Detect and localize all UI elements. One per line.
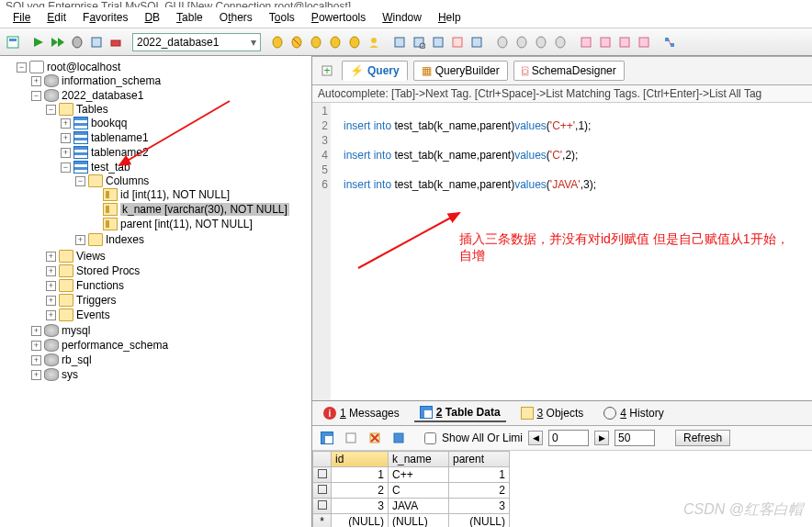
tree-item[interactable]: +Views: [46, 250, 310, 263]
tree-item[interactable]: +tablename2: [61, 146, 310, 159]
tree-item[interactable]: −2022_database1: [31, 89, 310, 102]
object-browser[interactable]: −root@localhost+information_schema−2022_…: [0, 56, 312, 527]
tree-item[interactable]: −root@localhost: [17, 61, 310, 73]
tool-icon-4[interactable]: [326, 33, 344, 51]
expand-icon[interactable]: +: [75, 235, 85, 245]
tree-item[interactable]: −test_tab: [61, 161, 310, 174]
tree-item[interactable]: id [int(11), NOT NULL]: [90, 188, 310, 201]
tab-objects[interactable]: 3 Objects: [515, 405, 590, 421]
execute-all-icon[interactable]: [49, 33, 67, 51]
tree-item[interactable]: +information_schema: [31, 74, 310, 87]
expand-icon[interactable]: +: [61, 133, 71, 143]
col-parent[interactable]: parent: [449, 452, 510, 467]
table-row[interactable]: 2C2: [313, 483, 510, 499]
tool-icon-5[interactable]: [345, 33, 364, 51]
tree-item[interactable]: k_name [varchar(30), NOT NULL]: [90, 203, 310, 216]
table-row[interactable]: 3JAVA3: [313, 499, 510, 514]
collapse-icon[interactable]: −: [75, 176, 85, 186]
menu-window[interactable]: Window: [375, 9, 429, 26]
tool-icon-1[interactable]: [268, 33, 287, 51]
tree-item[interactable]: +Events: [46, 308, 310, 321]
menu-tools[interactable]: Tools: [262, 9, 302, 26]
tree-item[interactable]: +Stored Procs: [46, 264, 310, 277]
tool-db4-icon[interactable]: [551, 33, 570, 51]
table-row-new[interactable]: *(NULL)(NULL)(NULL): [313, 514, 510, 528]
menu-powertools[interactable]: Powertools: [304, 9, 373, 26]
database-combo[interactable]: 2022_database1 ▾: [132, 33, 261, 51]
tree-item[interactable]: +Indexes: [75, 233, 310, 246]
tab-querybuilder[interactable]: ▦QueryBuilder: [413, 61, 508, 81]
expand-icon[interactable]: [90, 205, 100, 215]
save-icon[interactable]: [389, 429, 408, 447]
tab-history[interactable]: 4 History: [598, 405, 669, 421]
refresh-db-icon[interactable]: [68, 33, 86, 51]
expand-icon[interactable]: +: [46, 266, 56, 276]
show-all-checkbox[interactable]: [424, 432, 436, 444]
col-id[interactable]: id: [332, 452, 389, 467]
expand-icon[interactable]: +: [31, 355, 41, 365]
menu-favorites[interactable]: Favorites: [75, 9, 135, 26]
tab-messages[interactable]: i1 Messages: [318, 405, 405, 421]
tool-rep4-icon[interactable]: [635, 33, 653, 51]
expand-icon[interactable]: +: [61, 118, 71, 129]
tree-item[interactable]: +bookqq: [61, 117, 310, 129]
tool-rep2-icon[interactable]: [596, 33, 615, 51]
menu-help[interactable]: Help: [431, 9, 468, 26]
expand-icon[interactable]: +: [46, 252, 56, 262]
tree-item[interactable]: +Functions: [46, 279, 310, 292]
tool-db3-icon[interactable]: [532, 33, 550, 51]
collapse-icon[interactable]: −: [46, 105, 56, 115]
row-checkbox[interactable]: [318, 469, 327, 478]
expand-icon[interactable]: [90, 219, 100, 230]
sql-editor[interactable]: 123456 insert into test_tab(k_name,paren…: [312, 103, 812, 400]
tree-item[interactable]: +performance_schema: [31, 339, 310, 352]
limit-input[interactable]: [615, 430, 655, 446]
expand-icon[interactable]: +: [31, 341, 41, 351]
collapse-icon[interactable]: −: [31, 91, 41, 101]
row-checkbox[interactable]: [318, 500, 327, 510]
expand-icon[interactable]: +: [46, 296, 56, 306]
collapse-icon[interactable]: −: [61, 163, 71, 173]
menu-others[interactable]: Others: [212, 9, 260, 26]
row-checkbox[interactable]: [318, 485, 327, 494]
tool-schema-icon[interactable]: [660, 33, 679, 51]
refresh-button[interactable]: Refresh: [675, 430, 730, 446]
tool-rep1-icon[interactable]: [577, 33, 595, 51]
expand-icon[interactable]: +: [46, 310, 56, 320]
offset-input[interactable]: [548, 430, 589, 446]
tree-item[interactable]: +tablename1: [61, 131, 310, 144]
tool-user-icon[interactable]: [365, 33, 383, 51]
new-connection-icon[interactable]: [4, 33, 22, 51]
tree-item[interactable]: −Tables: [46, 103, 310, 116]
tree-item[interactable]: +Triggers: [46, 294, 310, 307]
form-mode-icon[interactable]: [342, 429, 360, 447]
nav-next-icon[interactable]: ▶: [594, 431, 609, 445]
menu-file[interactable]: File: [6, 9, 38, 26]
tree-item[interactable]: parent [int(11), NOT NULL]: [90, 218, 310, 230]
delete-row-icon[interactable]: [366, 429, 384, 447]
menu-table[interactable]: Table: [169, 9, 210, 26]
tool-rep3-icon[interactable]: [615, 33, 634, 51]
apply-icon[interactable]: [87, 33, 106, 51]
stop-icon[interactable]: [107, 33, 125, 51]
tool-icon-7[interactable]: [390, 33, 409, 51]
tool-icon-11[interactable]: [468, 33, 486, 51]
tool-icon-3[interactable]: [307, 33, 325, 51]
expand-icon[interactable]: +: [31, 370, 41, 380]
tool-icon-2[interactable]: [288, 33, 306, 51]
expand-icon[interactable]: +: [31, 326, 41, 336]
expand-icon[interactable]: [90, 190, 100, 200]
tab-schemadesigner[interactable]: ⌼SchemaDesigner: [513, 61, 625, 81]
tree-item[interactable]: +mysql: [31, 324, 310, 337]
menu-edit[interactable]: Edit: [39, 9, 73, 26]
tab-query[interactable]: ⚡Query: [342, 61, 408, 81]
execute-icon[interactable]: [29, 33, 48, 51]
col-kname[interactable]: k_name: [389, 452, 449, 467]
table-row[interactable]: 1C++1: [313, 467, 510, 483]
tool-icon-8[interactable]: [410, 33, 428, 51]
tree-item[interactable]: +sys: [31, 368, 310, 381]
tool-db1-icon[interactable]: [493, 33, 512, 51]
result-grid[interactable]: id k_name parent 1C++12C23JAVA3*(NULL)(N…: [312, 451, 510, 527]
tool-db2-icon[interactable]: [513, 33, 531, 51]
menu-db[interactable]: DB: [137, 9, 167, 26]
